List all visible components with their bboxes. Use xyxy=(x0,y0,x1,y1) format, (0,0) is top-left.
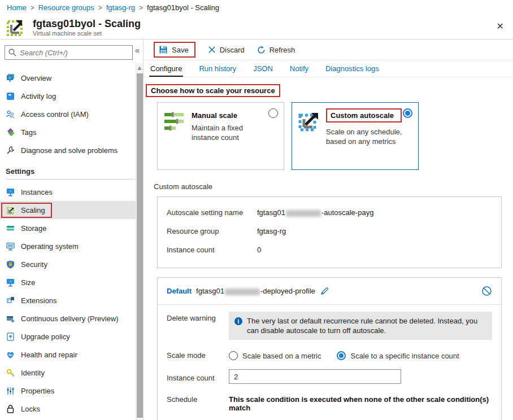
toolbar: Save Discard Refresh xyxy=(144,40,513,60)
scale-based-metric-label[interactable]: Scale based on a metric xyxy=(242,352,321,360)
schedule-text: This scale condition is executed when no… xyxy=(229,393,492,412)
disable-profile-icon[interactable] xyxy=(481,286,492,296)
edit-pencil-icon[interactable] xyxy=(320,286,329,296)
breadcrumb-fgtasg-rg[interactable]: fgtasg-rg xyxy=(106,3,135,12)
sidebar-item-overview[interactable]: Overview xyxy=(0,69,143,87)
profile-name-value: fgtasg01-deployed-profile xyxy=(196,287,315,295)
scaling-highlight-box: Scaling xyxy=(1,203,52,218)
custom-autoscale-icon xyxy=(298,110,321,133)
breadcrumb-resource-groups[interactable]: Resource groups xyxy=(38,3,94,12)
delete-warning-label: Delete warning xyxy=(167,312,229,340)
sidebar-item-security[interactable]: Security xyxy=(0,255,143,273)
sidebar-item-locks[interactable]: Locks xyxy=(0,400,143,418)
sidebar-item-label: Properties xyxy=(21,387,54,395)
discard-label: Discard xyxy=(220,46,245,54)
discard-icon xyxy=(208,46,216,54)
sidebar-item-access-control[interactable]: Access control (IAM) xyxy=(0,105,143,123)
save-icon xyxy=(159,45,168,54)
page-title: fgtasg01byol - Scaling xyxy=(33,18,141,29)
manual-scale-card[interactable]: Manual scale Maintain a fixed instance c… xyxy=(157,102,284,170)
sidebar-collapse-icon[interactable]: « xyxy=(135,45,140,55)
instance-count-input[interactable] xyxy=(229,369,401,384)
info-icon: i xyxy=(234,317,242,325)
tab-json[interactable]: JSON xyxy=(252,64,274,77)
sidebar-item-extensions[interactable]: Extensions xyxy=(0,291,143,309)
scaling-icon xyxy=(6,205,16,215)
sidebar-item-label: Extensions xyxy=(21,296,57,305)
tags-icon xyxy=(6,128,15,137)
search-icon xyxy=(8,49,16,56)
search-box xyxy=(5,45,133,60)
scale-based-metric-radio[interactable] xyxy=(229,351,238,360)
custom-autoscale-section-title: Custom autoscale xyxy=(154,182,501,191)
save-label: Save xyxy=(172,46,189,54)
profile-body: Delete warning i The very last or defaul… xyxy=(158,305,501,420)
search-input[interactable] xyxy=(20,49,129,57)
sidebar-item-diagnose[interactable]: Diagnose and solve problems xyxy=(0,141,143,159)
scrollbar-up-arrow-icon[interactable] xyxy=(137,66,142,70)
sidebar-item-instances[interactable]: Instances xyxy=(0,183,143,201)
sidebar-item-upgrade-policy[interactable]: Upgrade policy xyxy=(0,327,143,345)
sidebar-item-health-repair[interactable]: Health and repair xyxy=(0,345,143,364)
page-header: fgtasg01byol - Scaling Virtual machine s… xyxy=(0,15,513,40)
sidebar-item-identity[interactable]: Identity xyxy=(0,364,143,382)
custom-autoscale-radio[interactable] xyxy=(403,108,412,118)
sidebar-item-label: Identity xyxy=(21,369,45,377)
security-icon xyxy=(6,260,15,269)
page-subtitle: Virtual machine scale set xyxy=(33,30,141,37)
scrollbar-thumb[interactable] xyxy=(137,73,143,418)
sidebar-item-label: Diagnose and solve problems xyxy=(21,146,118,155)
overview-icon xyxy=(6,73,15,83)
scale-specific-count-radio[interactable] xyxy=(337,351,346,360)
tab-configure[interactable]: Configure xyxy=(149,64,183,77)
scale-mode-label: Scale mode xyxy=(167,349,229,360)
sidebar-item-operating-system[interactable]: Operating system xyxy=(0,237,143,255)
choose-scale-heading: Choose how to scale your resource xyxy=(146,84,280,97)
sidebar-item-size[interactable]: Size xyxy=(0,273,143,291)
instance-count-label: Instance count xyxy=(167,371,229,382)
sidebar-item-label: Scaling xyxy=(21,206,45,215)
custom-autoscale-card[interactable]: Custom autoscale Scale on any schedule, … xyxy=(292,102,419,170)
close-icon[interactable]: ✕ xyxy=(497,21,504,32)
manual-scale-radio[interactable] xyxy=(268,108,278,118)
instance-count-summary-value: 0 xyxy=(257,246,261,254)
sidebar-item-properties[interactable]: Properties xyxy=(0,382,143,400)
sidebar-scrollbar[interactable] xyxy=(136,63,143,420)
refresh-button[interactable]: Refresh xyxy=(257,46,295,54)
refresh-icon xyxy=(257,46,266,54)
save-button[interactable]: Save xyxy=(154,42,195,58)
health-repair-icon xyxy=(6,350,15,360)
delete-warning-infobox: i The very last or default recurrence ru… xyxy=(229,312,492,340)
breadcrumb-home[interactable]: Home xyxy=(7,3,27,12)
activity-log-icon xyxy=(6,91,15,101)
tab-run-history[interactable]: Run history xyxy=(198,64,237,77)
schedule-label: Schedule xyxy=(167,393,229,412)
sidebar-item-label: Overview xyxy=(21,74,51,82)
tab-diagnostics-logs[interactable]: Diagnostics logs xyxy=(324,64,380,77)
breadcrumb-current: fgtasg01byol - Scaling xyxy=(147,3,219,12)
sidebar-item-activity-log[interactable]: Activity log xyxy=(0,87,143,105)
tab-notify[interactable]: Notify xyxy=(289,64,310,77)
sidebar-item-label: Locks xyxy=(21,405,40,413)
sidebar-item-continuous-delivery[interactable]: Continuous delivery (Preview) xyxy=(0,309,143,327)
locks-icon xyxy=(6,404,15,414)
discard-button[interactable]: Discard xyxy=(208,46,245,54)
sidebar-nav: Overview Activity log Access control (IA… xyxy=(0,64,143,418)
continuous-delivery-icon xyxy=(6,314,15,323)
sidebar-item-tags[interactable]: Tags xyxy=(0,123,143,141)
sidebar-item-storage[interactable]: Storage xyxy=(0,219,143,237)
manual-scale-description: Maintain a fixed instance count xyxy=(192,123,254,142)
instances-icon xyxy=(6,187,15,197)
profile-header: Default fgtasg01-deployed-profile xyxy=(158,278,501,305)
scale-specific-count-label[interactable]: Scale to a specific instance count xyxy=(350,352,459,360)
scale-set-icon xyxy=(7,18,27,36)
default-profile-panel: Default fgtasg01-deployed-profile xyxy=(157,277,502,420)
sidebar-item-label: Access control (IAM) xyxy=(21,110,89,119)
operating-system-icon xyxy=(6,242,15,251)
sidebar-item-label: Size xyxy=(21,278,35,287)
sidebar: « Overview Activity log Access control (… xyxy=(0,40,144,420)
redacted-text xyxy=(225,288,260,295)
diagnose-icon xyxy=(6,146,15,155)
sidebar-item-label: Instances xyxy=(21,188,53,196)
sidebar-item-scaling[interactable]: Scaling xyxy=(0,201,143,219)
